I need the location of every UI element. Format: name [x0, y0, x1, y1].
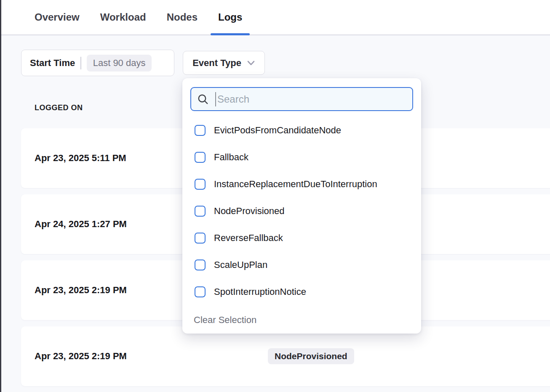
checkbox[interactable]: [195, 179, 206, 190]
logged-on-cell: Apr 23, 2025 2:19 PM: [35, 285, 127, 296]
option-label: SpotInterruptionNotice: [214, 286, 306, 297]
logged-on-cell: Apr 24, 2025 1:27 PM: [35, 219, 127, 230]
event-type-option[interactable]: ReverseFallback: [190, 225, 413, 252]
event-type-filter-button[interactable]: Event Type: [183, 51, 265, 75]
start-time-value-pill: Last 90 days: [87, 55, 152, 72]
event-type-option[interactable]: InstanceReplacementDueToInterruption: [190, 171, 413, 198]
event-type-option[interactable]: EvictPodsFromCandidateNode: [190, 117, 413, 144]
logged-on-cell: Apr 23, 2025 2:19 PM: [35, 351, 127, 362]
option-label: NodeProvisioned: [214, 206, 285, 217]
logged-on-column-header: LOGGED ON: [35, 103, 83, 112]
tab-label: Workload: [100, 11, 146, 23]
event-type-options-list: EvictPodsFromCandidateNode Fallback Inst…: [190, 117, 413, 305]
checkbox[interactable]: [195, 152, 206, 163]
event-type-option[interactable]: SpotInterruptionNotice: [190, 278, 413, 305]
option-label: ScaleUpPlan: [214, 260, 267, 270]
event-type-option[interactable]: NodeProvisioned: [190, 198, 413, 225]
tab[interactable]: Nodes: [159, 0, 205, 34]
event-type-label: Event Type: [192, 58, 241, 69]
start-time-filter-button[interactable]: Start Time Last 90 days: [21, 50, 174, 76]
tab-label: Logs: [218, 11, 242, 23]
logged-on-cell: Apr 23, 2025 5:11 PM: [35, 153, 126, 164]
option-label: EvictPodsFromCandidateNode: [214, 125, 341, 136]
option-label: InstanceReplacementDueToInterruption: [214, 179, 377, 190]
tab-label: Overview: [35, 11, 80, 23]
text-cursor: [215, 92, 216, 106]
event-type-option[interactable]: Fallback: [190, 144, 413, 171]
tab[interactable]: Overview: [27, 0, 87, 34]
tab[interactable]: Workload: [93, 0, 154, 34]
search-icon: [197, 93, 209, 105]
tab-label: Nodes: [167, 11, 198, 23]
checkbox[interactable]: [195, 286, 206, 297]
clear-selection-button[interactable]: Clear Selection: [190, 315, 413, 326]
option-label: ReverseFallback: [214, 233, 283, 244]
checkbox[interactable]: [195, 233, 206, 244]
option-label: Fallback: [214, 152, 248, 163]
checkbox[interactable]: [195, 260, 206, 270]
search-input[interactable]: [217, 93, 406, 105]
divider: [80, 57, 81, 69]
tab[interactable]: Logs: [211, 0, 250, 34]
event-type-badge: NodeProvisioned: [268, 348, 354, 364]
checkbox[interactable]: [195, 125, 206, 136]
event-type-dropdown-panel: EvictPodsFromCandidateNode Fallback Inst…: [182, 78, 421, 334]
chevron-down-icon: [247, 60, 255, 66]
checkbox[interactable]: [195, 206, 206, 217]
search-box[interactable]: [190, 87, 413, 111]
tab-bar: Overview Workload Nodes Logs: [0, 0, 550, 35]
filter-bar: Start Time Last 90 days Event Type: [21, 50, 265, 76]
table-row[interactable]: Apr 23, 2025 2:19 PM NodeProvisioned: [21, 326, 550, 386]
event-type-option[interactable]: ScaleUpPlan: [190, 252, 413, 278]
start-time-label: Start Time: [30, 58, 75, 69]
window-left-edge: [0, 0, 1, 392]
